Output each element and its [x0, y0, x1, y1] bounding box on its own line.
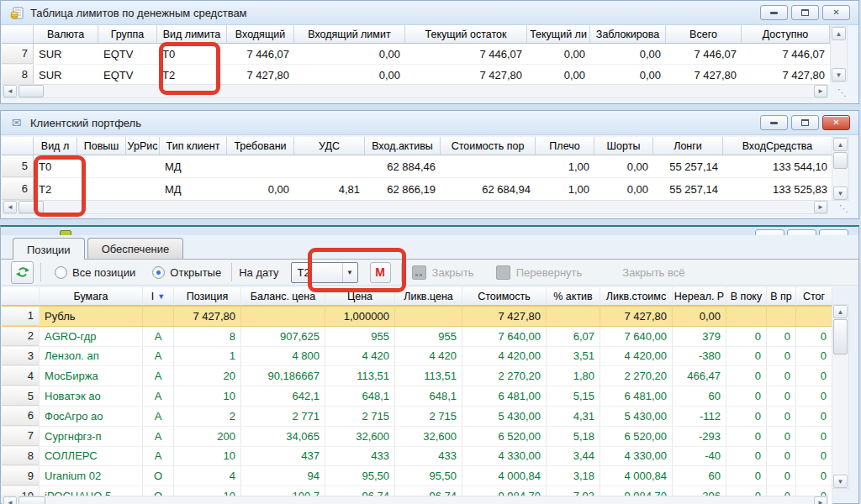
cell[interactable]: 0,00 [590, 65, 666, 85]
cell[interactable]: 4 [174, 466, 241, 486]
cell[interactable] [227, 155, 294, 177]
row-number[interactable]: 9 [2, 466, 40, 486]
scroll-right-icon[interactable]: ► [814, 201, 827, 213]
cell[interactable]: 5 430,00 [600, 407, 673, 426]
cell[interactable]: 0 [726, 447, 767, 466]
cell[interactable] [767, 307, 796, 326]
cell[interactable]: 1,00 [536, 178, 594, 200]
cell[interactable]: 7 446,07 [227, 44, 294, 64]
close-all-button[interactable]: Закрыть всё [622, 266, 684, 279]
cell[interactable]: 0 [726, 347, 767, 366]
cell[interactable]: 6 481,00 [600, 386, 673, 406]
cell[interactable]: 2 270,20 [600, 366, 673, 386]
cell[interactable]: 62 684,94 [441, 178, 536, 200]
cell[interactable] [143, 307, 174, 326]
cell[interactable]: 433 [325, 447, 395, 466]
close-button[interactable]: ✕ [822, 115, 850, 130]
cell[interactable]: SUR [34, 65, 98, 85]
cell[interactable]: 8 [174, 327, 241, 346]
row-number[interactable]: 5 [2, 155, 34, 177]
cell[interactable]: -40 [673, 447, 726, 466]
cell[interactable]: О [143, 466, 174, 486]
cell[interactable]: 55 257,14 [653, 178, 723, 200]
cell[interactable]: 2 715 [395, 407, 462, 426]
cell[interactable]: 10 [174, 447, 241, 466]
limits-vertical-scrollbar[interactable]: ▲ ▼ [830, 26, 848, 82]
cell[interactable]: 62 866,19 [365, 178, 441, 200]
column-header[interactable]: В поку [726, 287, 767, 306]
cell[interactable]: 7 446,07 [666, 44, 742, 64]
table-row[interactable]: 1Рубль7 427,801,0000007 427,807 427,800,… [2, 306, 832, 327]
scroll-down-icon[interactable]: ▼ [833, 475, 848, 488]
column-header[interactable]: Вход.активы [365, 137, 441, 155]
corner-header[interactable] [2, 287, 40, 306]
column-header[interactable]: Входящий [227, 25, 294, 44]
cell[interactable]: 0 [796, 466, 832, 486]
column-header[interactable]: Доступно [742, 25, 830, 44]
column-header[interactable]: Ликв.стоимс [600, 287, 673, 306]
cell[interactable]: 32,600 [395, 427, 462, 446]
column-header[interactable]: Входящий лимит [294, 25, 405, 44]
row-number[interactable]: 1 [2, 307, 40, 326]
cell[interactable]: 200 [174, 427, 241, 446]
cell[interactable]: 0 [796, 447, 832, 466]
column-header[interactable]: Цена [325, 287, 395, 306]
cell[interactable]: 1,000000 [325, 307, 395, 326]
positions-horizontal-scrollbar[interactable]: ◄ ► [3, 496, 828, 504]
column-header[interactable]: Текущий остаток [405, 25, 527, 44]
cell[interactable]: 0,00 [590, 44, 666, 64]
minimize-button[interactable] [760, 115, 788, 130]
cell[interactable] [395, 307, 462, 326]
cell[interactable]: 7 640,00 [462, 327, 547, 346]
cell[interactable]: 5 430,00 [462, 407, 547, 426]
cell[interactable]: 113,51 [325, 366, 395, 386]
column-header[interactable]: Вид л [34, 137, 77, 155]
cell[interactable] [796, 307, 832, 326]
row-number[interactable]: 4 [2, 366, 40, 386]
refresh-button[interactable] [11, 261, 34, 284]
cell[interactable] [126, 178, 160, 200]
cell[interactable]: 466,47 [673, 366, 726, 386]
cell[interactable]: 1,00 [536, 155, 594, 177]
minimize-button[interactable] [760, 5, 788, 20]
column-header[interactable]: I▼ [143, 287, 174, 306]
cell[interactable]: А [143, 327, 174, 346]
cell[interactable]: 0 [796, 366, 832, 386]
table-row[interactable]: 5Т0МД62 884,461,000,0055 257,14133 544,1… [2, 155, 832, 178]
table-row[interactable]: 7SUREQTVТ07 446,070,007 446,070,000,007 … [2, 44, 830, 65]
cell[interactable]: А [143, 427, 174, 446]
column-header[interactable]: Бумага [40, 287, 143, 306]
cell[interactable]: EQTV [98, 44, 157, 64]
cell[interactable]: 55 257,14 [653, 155, 723, 177]
cell[interactable]: Uranium 02 [40, 466, 143, 486]
column-header[interactable]: УрРис [126, 137, 160, 155]
cell[interactable]: 0 [726, 466, 767, 486]
cell[interactable]: AGRO-гдр [40, 327, 143, 346]
cell[interactable] [241, 307, 325, 326]
cell[interactable]: 0 [726, 327, 767, 346]
column-header[interactable]: Стог [796, 287, 832, 306]
radio-all-positions[interactable]: Все позиции [55, 266, 135, 279]
corner-header[interactable] [2, 25, 34, 44]
column-header[interactable]: Стоимость пор [441, 137, 536, 155]
row-number[interactable]: 6 [2, 407, 40, 426]
column-header[interactable]: Лонги [653, 137, 723, 155]
resize-grip[interactable]: ⋱ [839, 203, 848, 214]
cell[interactable]: 955 [395, 327, 462, 346]
cell[interactable]: 7 427,80 [174, 307, 241, 326]
limit-type-dropdown[interactable]: Т2 ▼ [291, 262, 358, 283]
cell[interactable]: МосБиржа [40, 366, 143, 386]
cell[interactable] [294, 155, 365, 177]
row-number[interactable]: 7 [2, 427, 40, 446]
cell[interactable]: 907,625 [241, 327, 325, 346]
cell[interactable]: 20 [174, 366, 241, 386]
limits-horizontal-scrollbar[interactable]: ◄ ► [3, 84, 828, 98]
cell[interactable]: А [143, 386, 174, 406]
row-number[interactable]: 8 [2, 447, 40, 466]
cell[interactable]: -380 [673, 347, 726, 366]
cell[interactable]: 0,00 [673, 307, 726, 326]
cell[interactable]: 4,81 [294, 178, 365, 200]
cell[interactable]: 0,00 [227, 178, 294, 200]
positions-vertical-scrollbar[interactable]: ▲ ▼ [832, 304, 849, 489]
cell[interactable]: 7 427,80 [227, 65, 294, 85]
